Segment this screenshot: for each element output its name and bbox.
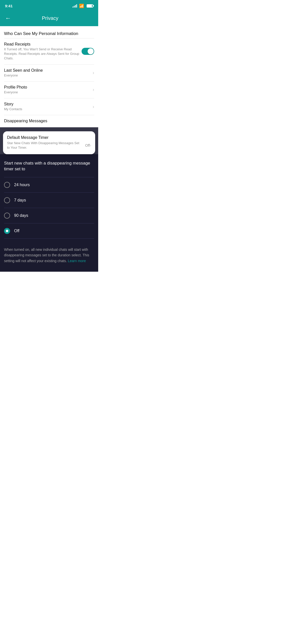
page-title: Privacy <box>16 15 84 21</box>
signal-icon <box>73 4 77 8</box>
floating-card-row: Star New Chats With Disappearing Message… <box>7 141 91 150</box>
bottom-sheet-title: Start new chats with a disappearing mess… <box>4 160 94 172</box>
floating-card-chevron: › <box>90 143 91 148</box>
profile-photo-chevron: › <box>93 87 94 92</box>
back-button[interactable]: ← <box>4 14 12 22</box>
label-7days: 7 days <box>14 198 26 203</box>
profile-photo-value: Everyone <box>4 90 91 95</box>
story-content: Story My Contacts <box>4 102 91 111</box>
read-receipts-subtitle: It Turned off, You Wan't Send or Receive… <box>4 47 82 61</box>
status-bar: 9:41 📶 <box>0 0 98 11</box>
read-receipts-content: Read Receipts It Turned off, You Wan't S… <box>4 42 82 61</box>
read-receipts-title: Read Receipts <box>4 42 82 47</box>
option-off[interactable]: Off <box>4 223 94 238</box>
learn-more-link[interactable]: Learn more <box>68 259 86 263</box>
bottom-sheet: Start new chats with a disappearing mess… <box>0 154 98 243</box>
last-seen-chevron: › <box>93 70 94 75</box>
option-7days[interactable]: 7 days <box>4 193 94 208</box>
read-receipts-toggle[interactable] <box>82 48 94 55</box>
toggle-knob <box>88 48 94 54</box>
battery-icon <box>87 4 93 8</box>
read-receipts-row[interactable]: Read Receipts It Turned off, You Wan't S… <box>0 38 98 64</box>
card-wrapper: Default Message Timer Star New Chats Wit… <box>0 127 98 154</box>
last-seen-title: Last Seen and Online <box>4 68 91 73</box>
wifi-icon: 📶 <box>79 4 84 8</box>
content-area: Who Can See My Personal Information Read… <box>0 26 98 127</box>
last-seen-content: Last Seen and Online Everyone <box>4 68 91 78</box>
profile-photo-title: Profile Photo <box>4 85 91 90</box>
label-off: Off <box>14 229 19 233</box>
section-header: Who Can See My Personal Information <box>0 26 98 38</box>
story-value: My Contacts <box>4 107 91 111</box>
radio-24hours <box>4 182 10 188</box>
last-seen-value: Everyone <box>4 73 91 78</box>
floating-card[interactable]: Default Message Timer Star New Chats Wit… <box>3 131 95 154</box>
story-title: Story <box>4 102 91 106</box>
floating-card-title: Default Message Timer <box>7 135 91 140</box>
top-bar: ← Privacy <box>0 11 98 26</box>
story-chevron: › <box>93 104 94 109</box>
bottom-description: When turned on, all new individual chats… <box>0 243 98 272</box>
radio-off <box>4 228 10 234</box>
radio-7days <box>4 197 10 203</box>
story-row[interactable]: Story My Contacts › <box>0 98 98 115</box>
dark-divider-5 <box>4 238 94 239</box>
option-90days[interactable]: 90 days <box>4 208 94 223</box>
profile-photo-row[interactable]: Profile Photo Everyone › <box>0 82 98 98</box>
option-24hours[interactable]: 24 hours <box>4 177 94 192</box>
label-90days: 90 days <box>14 213 28 218</box>
disappearing-messages-content: Disappearing Messages <box>4 119 94 124</box>
bottom-desc-text: When turned on, all new individual chats… <box>4 247 94 264</box>
floating-card-value: Off <box>85 143 90 147</box>
status-time: 9:41 <box>5 4 13 8</box>
last-seen-row[interactable]: Last Seen and Online Everyone › <box>0 65 98 81</box>
status-icons: 📶 <box>73 4 93 8</box>
floating-card-subtitle: Star New Chats With Disappearing Message… <box>7 141 85 150</box>
disappearing-messages-row[interactable]: Disappearing Messages <box>0 115 98 127</box>
label-24hours: 24 hours <box>14 183 30 187</box>
radio-90days <box>4 213 10 219</box>
disappearing-messages-title: Disappearing Messages <box>4 119 94 123</box>
profile-photo-content: Profile Photo Everyone <box>4 85 91 95</box>
